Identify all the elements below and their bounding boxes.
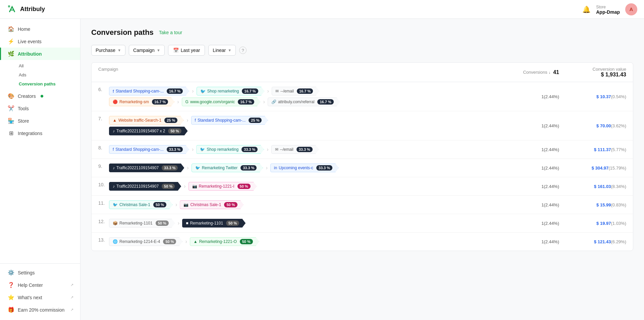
- page-title-row: Conversion paths Take a tour: [91, 28, 633, 37]
- attribution-icon: 🌿: [8, 51, 14, 57]
- sidebar: 🏠 Home ⚡ Live events 🌿 Attribution All A…: [0, 19, 80, 320]
- topbar-right: 🔔 Store App-Dmap A: [582, 3, 637, 15]
- model-filter[interactable]: Linear ▼: [208, 45, 236, 56]
- store-label: Store: [596, 5, 606, 9]
- path-arrow: ›: [266, 165, 267, 171]
- campaign-cell: 8. f Standard Shopping-cam-... 33.3 % › …: [98, 145, 499, 154]
- path-arrow: ›: [263, 99, 265, 105]
- conversion-filter[interactable]: Purchase ▼: [91, 45, 125, 56]
- campaign-cell: 9. ♪ Traffic20221109154907 33.3 % › 🐦 Re…: [98, 164, 499, 172]
- facebook-icon: f: [113, 147, 114, 152]
- facebook-icon: f: [195, 118, 196, 123]
- instagram-icon: 📷: [192, 184, 197, 189]
- value-cell: $ 111.37(5.77%): [559, 147, 626, 152]
- campaign-tag: f Standard Shopping-cam-... 16.7 %: [109, 87, 189, 95]
- app-container: Attribuly 🔔 Store App-Dmap A 🏠 Home ⚡ Li…: [0, 0, 644, 320]
- attribution-submenu: All Ads Conversion paths: [0, 60, 80, 90]
- live-events-icon: ⚡: [8, 38, 14, 45]
- external-link-icon: ↗: [70, 283, 73, 287]
- sidebar-item-earn-commission[interactable]: 🎁 Earn 20% commission ↗: [0, 304, 80, 316]
- external-link-icon3: ↗: [70, 308, 73, 312]
- campaign-tag: ♪ Traffic20221109154907 33.3 %: [109, 164, 184, 172]
- campaign-tag: in Upcoming events-c 33.3 %: [270, 164, 339, 172]
- campaign-cell: 11. 🐦 Christmas Sale-1 50 % › 📷 Christma…: [98, 200, 499, 209]
- store-icon: 🏪: [8, 118, 14, 124]
- value-cell: $ 161.03(8.34%): [559, 184, 626, 189]
- campaign-tag: 🐦 Christmas Sale-1 50 %: [109, 200, 173, 209]
- sidebar-item-settings[interactable]: ⚙️ Settings: [0, 266, 80, 279]
- campaign-tag: ▲ Website traffic-Search-1 25 %: [109, 116, 184, 125]
- page-title: Conversion paths: [91, 28, 154, 37]
- conversions-cell: 1(2.44%): [499, 147, 559, 152]
- campaign-tag: ■ Remarketing-1101 50 %: [182, 219, 246, 228]
- email-icon: ✉: [275, 89, 279, 93]
- conversions-cell: 1(2.44%): [499, 166, 559, 171]
- path-arrow: ›: [177, 99, 179, 105]
- google-icon: G: [185, 100, 189, 104]
- campaign-cell: 12. 📦 Remarketing-1101 50 % › ■ Remarket…: [98, 219, 499, 228]
- campaign-cell: 13. 🌐 Remarketing-1214-E-4 50 % › ▲ Rema…: [98, 237, 499, 246]
- sidebar-bottom: ⚙️ Settings ❓ Help Center ↗ ⭐ What's nex…: [0, 263, 80, 316]
- creators-dot: [41, 95, 43, 98]
- sidebar-item-live-events[interactable]: ⚡ Live events: [0, 35, 80, 48]
- sidebar-item-integrations[interactable]: ⊞ Integrations: [0, 127, 80, 139]
- conversion-dropdown-icon: ▼: [117, 48, 121, 52]
- twitter-icon: 🐦: [200, 89, 206, 94]
- value-cell: $ 304.97(15.79%): [559, 166, 626, 171]
- table-row: 7. ▲ Website traffic-Search-1 25 % › f S…: [92, 111, 633, 140]
- logo-icon: [7, 4, 17, 15]
- web-icon: 🌐: [113, 239, 118, 244]
- star-icon: ⭐: [8, 294, 14, 301]
- conversions-cell: 1(2.44%): [499, 123, 559, 128]
- conversion-paths-table: Campaign Conversions ↓ 41 Conversion val…: [91, 62, 633, 251]
- col-header-campaign: Campaign: [98, 67, 499, 78]
- sidebar-item-help-center[interactable]: ❓ Help Center ↗: [0, 279, 80, 291]
- twitter-icon: 🐦: [195, 166, 200, 170]
- sidebar-sub-all[interactable]: All: [15, 61, 80, 70]
- conversions-cell: 1(2.44%): [499, 94, 559, 99]
- sidebar-sub-ads[interactable]: Ads: [15, 70, 80, 79]
- sidebar-item-tools[interactable]: ✂️ Tools: [0, 102, 80, 115]
- facebook-icon: f: [113, 89, 114, 94]
- help-tooltip-icon[interactable]: ?: [239, 47, 247, 54]
- path-arrow: ›: [187, 165, 189, 171]
- conversions-cell: 1(2.44%): [499, 221, 559, 226]
- sidebar-sub-conversion-paths[interactable]: Conversion paths: [15, 79, 80, 88]
- table-row: 12. 📦 Remarketing-1101 50 % › ■ Remarket…: [92, 214, 633, 233]
- campaign-tag: 🐦 Remarketing Twitter 33.3 %: [192, 164, 263, 172]
- path-arrow: ›: [175, 202, 177, 208]
- google-ads-icon: ▲: [113, 118, 117, 123]
- notification-bell-icon[interactable]: 🔔: [582, 5, 591, 13]
- store-name: App-Dmap: [596, 9, 620, 15]
- filters-bar: Purchase ▼ Campaign ▼ 📅 Last year Linear…: [91, 45, 633, 56]
- model-dropdown-icon: ▼: [228, 48, 231, 52]
- sidebar-item-attribution[interactable]: 🌿 Attribution: [0, 48, 80, 60]
- home-icon: 🏠: [8, 26, 14, 32]
- groupby-filter[interactable]: Campaign ▼: [129, 45, 165, 56]
- campaign-tag: ✉ --/email 33.3 %: [271, 145, 319, 154]
- value-cell: $ 70.00(3.62%): [559, 123, 626, 128]
- col-header-conv-value: Conversion value $ 1,931.43: [559, 67, 626, 78]
- sidebar-item-store[interactable]: 🏪 Store: [0, 115, 80, 127]
- campaign-tag: ♪ Traffic20221109154907 50 %: [109, 182, 181, 191]
- table-row: 13. 🌐 Remarketing-1214-E-4 50 % › ▲ Rema…: [92, 233, 633, 251]
- sort-icon[interactable]: ↓: [549, 70, 551, 74]
- referral-icon: 🔗: [271, 100, 276, 104]
- sidebar-item-creators[interactable]: 🎨 Creators: [0, 90, 80, 102]
- logo[interactable]: Attribuly: [7, 4, 45, 15]
- value-cell: $ 121.43(6.29%): [559, 239, 626, 244]
- table-row: 8. f Standard Shopping-cam-... 33.3 % › …: [92, 140, 633, 159]
- tour-link[interactable]: Take a tour: [159, 30, 182, 35]
- sidebar-item-home[interactable]: 🏠 Home: [0, 23, 80, 35]
- campaign-cell: 10. ♪ Traffic20221109154907 50 % › 📷 Rem…: [98, 182, 499, 191]
- avatar[interactable]: A: [625, 3, 637, 15]
- twitter-icon: 🐦: [113, 202, 118, 207]
- campaign-tag: ✉ --/email 16.7 %: [272, 87, 319, 95]
- path-arrow: ›: [186, 117, 188, 123]
- brand-icon: ▲: [194, 239, 198, 244]
- date-filter[interactable]: 📅 Last year: [168, 45, 205, 56]
- campaign-tag: ♪ Traffic20221109154907 x 2 50 %: [109, 127, 188, 135]
- path-arrow: ›: [184, 183, 185, 189]
- store-info: Store App-Dmap: [596, 4, 620, 15]
- sidebar-item-whats-next[interactable]: ⭐ What's next ↗: [0, 291, 80, 304]
